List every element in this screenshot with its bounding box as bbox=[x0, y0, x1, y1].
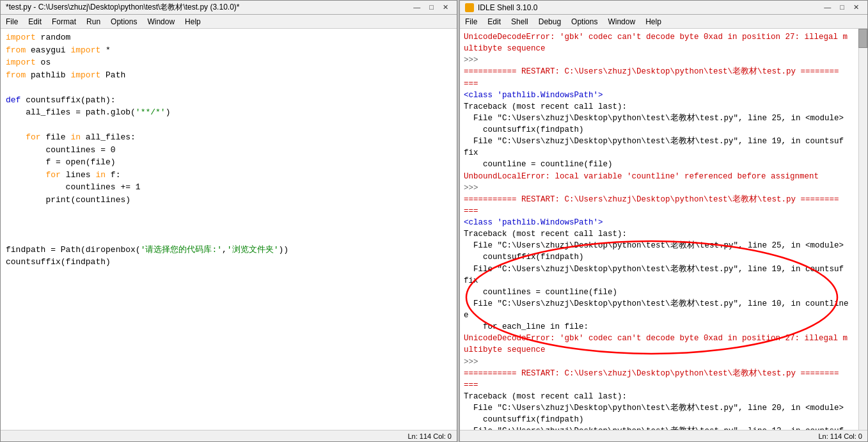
code-line: for lines in f: bbox=[6, 169, 452, 182]
shell-line: countsuffix(findpath) bbox=[464, 124, 864, 136]
editor-minimize-button[interactable]: — bbox=[410, 3, 423, 12]
shell-line: countline = countline(file) bbox=[464, 159, 864, 170]
editor-menu-format[interactable]: Format bbox=[47, 16, 81, 28]
code-line bbox=[6, 231, 452, 244]
shell-menu-help[interactable]: Help bbox=[640, 16, 667, 28]
code-line: all_files = path.glob('**/*') bbox=[6, 106, 452, 119]
shell-line: UnboundLocalError: local variable 'count… bbox=[464, 171, 864, 182]
shell-line: UnicodeDecodeError: 'gbk' codec can't de… bbox=[464, 31, 864, 43]
code-line bbox=[6, 206, 452, 219]
editor-statusbar: Ln: 114 Col: 0 bbox=[1, 430, 457, 441]
shell-statusbar: Ln: 114 Col: 0 bbox=[460, 430, 867, 441]
code-line: from pathlib import Path bbox=[6, 69, 452, 82]
shell-line: File "C:\Users\zhuzj\Desktop\python\test… bbox=[464, 264, 864, 275]
code-line: countlines += 1 bbox=[6, 181, 452, 194]
editor-window: *test.py - C:\Users\zhuzj\Desktop\python… bbox=[0, 0, 457, 442]
editor-menu-file[interactable]: File bbox=[1, 16, 23, 28]
editor-menu-run[interactable]: Run bbox=[81, 16, 106, 28]
code-line bbox=[6, 81, 452, 94]
shell-menubar: File Edit Shell Debug Options Window Hel… bbox=[460, 15, 867, 29]
shell-line: File "C:\Users\zhuzj\Desktop\python\test… bbox=[464, 425, 864, 430]
shell-scrollbar-thumb[interactable] bbox=[858, 29, 867, 48]
shell-title: IDLE Shell 3.10.0 bbox=[465, 3, 537, 12]
shell-line: File "C:\Users\zhuzj\Desktop\python\test… bbox=[464, 136, 864, 147]
shell-line: Traceback (most recent call last): bbox=[464, 391, 864, 402]
shell-line: === bbox=[464, 78, 864, 90]
editor-code-area[interactable]: import random from easygui import * impo… bbox=[1, 29, 457, 430]
shell-line: >>> bbox=[464, 182, 864, 194]
shell-menu-edit[interactable]: Edit bbox=[482, 16, 506, 28]
code-line: from easygui import * bbox=[6, 44, 452, 57]
shell-line: <class 'pathlib.WindowsPath'> bbox=[464, 90, 864, 101]
shell-window: IDLE Shell 3.10.0 — □ ✕ File Edit Shell … bbox=[459, 0, 868, 442]
shell-title-label: IDLE Shell 3.10.0 bbox=[478, 3, 537, 12]
shell-line: fix bbox=[464, 147, 864, 159]
code-line: f = open(file) bbox=[6, 156, 452, 169]
editor-menu-options[interactable]: Options bbox=[106, 16, 142, 28]
editor-menu-window[interactable]: Window bbox=[142, 16, 180, 28]
shell-output-area[interactable]: UnicodeDecodeError: 'gbk' codec can't de… bbox=[460, 29, 867, 430]
shell-menu-debug[interactable]: Debug bbox=[533, 16, 566, 28]
shell-line: >>> bbox=[464, 54, 864, 66]
shell-menu-shell[interactable]: Shell bbox=[506, 16, 533, 28]
shell-minimize-button[interactable]: — bbox=[821, 3, 834, 12]
shell-line: countlines = countline(file) bbox=[464, 287, 864, 298]
shell-line: >>> bbox=[464, 356, 864, 368]
shell-line: for each_line in file: bbox=[464, 321, 864, 333]
shell-line: =========== RESTART: C:\Users\zhuzj\Desk… bbox=[464, 368, 864, 379]
editor-titlebar-controls: — □ ✕ bbox=[410, 3, 452, 12]
shell-line: =========== RESTART: C:\Users\zhuzj\Desk… bbox=[464, 66, 864, 77]
editor-title: *test.py - C:\Users\zhuzj\Desktop\python… bbox=[6, 2, 239, 13]
editor-maximize-button[interactable]: □ bbox=[426, 3, 437, 12]
code-line: def countsuffix(path): bbox=[6, 94, 452, 107]
editor-status-text: Ln: 114 Col: 0 bbox=[408, 432, 452, 440]
editor-menubar: File Edit Format Run Options Window Help bbox=[1, 15, 457, 29]
shell-menu-options[interactable]: Options bbox=[566, 16, 603, 28]
shell-line: File "C:\Users\zhuzj\Desktop\python\test… bbox=[464, 402, 864, 414]
code-line: for file in all_files: bbox=[6, 131, 452, 144]
shell-line: <class 'pathlib.WindowsPath'> bbox=[464, 217, 864, 228]
editor-menu-help[interactable]: Help bbox=[180, 16, 206, 28]
code-line: import random bbox=[6, 31, 452, 44]
shell-line: ultibyte sequence bbox=[464, 344, 864, 356]
shell-line: e bbox=[464, 310, 864, 321]
shell-line: === bbox=[464, 205, 864, 217]
shell-line: fix bbox=[464, 275, 864, 287]
shell-line: =========== RESTART: C:\Users\zhuzj\Desk… bbox=[464, 194, 864, 205]
shell-line: File "C:\Users\zhuzj\Desktop\python\test… bbox=[464, 240, 864, 251]
code-line: countlines = 0 bbox=[6, 144, 452, 157]
editor-menu-edit[interactable]: Edit bbox=[23, 16, 47, 28]
shell-line: File "C:\Users\zhuzj\Desktop\python\test… bbox=[464, 298, 864, 310]
editor-titlebar: *test.py - C:\Users\zhuzj\Desktop\python… bbox=[1, 1, 457, 15]
shell-titlebar-controls: — □ ✕ bbox=[821, 3, 862, 12]
shell-line: UnicodeDecodeError: 'gbk' codec can't de… bbox=[464, 333, 864, 344]
code-line bbox=[6, 119, 452, 132]
shell-line: Traceback (most recent call last): bbox=[464, 228, 864, 240]
code-line: import os bbox=[6, 56, 452, 69]
shell-status-text: Ln: 114 Col: 0 bbox=[819, 432, 863, 440]
shell-menu-file[interactable]: File bbox=[460, 16, 482, 28]
code-line: countsuffix(findpath) bbox=[6, 256, 452, 269]
shell-line: === bbox=[464, 379, 864, 391]
idle-icon bbox=[465, 3, 474, 12]
shell-titlebar: IDLE Shell 3.10.0 — □ ✕ bbox=[460, 1, 867, 15]
shell-line: File "C:\Users\zhuzj\Desktop\python\test… bbox=[464, 113, 864, 124]
shell-scrollbar[interactable] bbox=[858, 29, 867, 430]
shell-menu-window[interactable]: Window bbox=[603, 16, 640, 28]
shell-maximize-button[interactable]: □ bbox=[837, 3, 848, 12]
shell-line: countsuffix(findpath) bbox=[464, 251, 864, 263]
shell-close-button[interactable]: ✕ bbox=[850, 3, 862, 12]
code-line bbox=[6, 219, 452, 232]
shell-line: countsuffix(findpath) bbox=[464, 414, 864, 425]
shell-line: Traceback (most recent call last): bbox=[464, 101, 864, 113]
code-line: print(countlines) bbox=[6, 194, 452, 207]
editor-close-button[interactable]: ✕ bbox=[439, 3, 452, 12]
shell-line: ultibyte sequence bbox=[464, 43, 864, 54]
code-line: findpath = Path(diropenbox('请选择您的代码库:','… bbox=[6, 244, 452, 257]
